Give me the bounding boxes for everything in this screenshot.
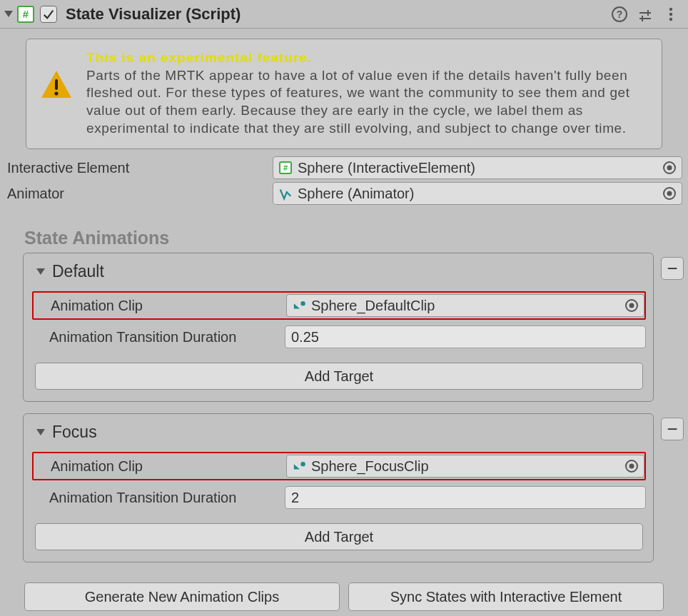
- interactive-element-row: Interactive Element # Sphere (Interactiv…: [0, 155, 688, 181]
- add-target-button[interactable]: Add Target: [35, 363, 643, 390]
- state-name-focus: Focus: [52, 423, 97, 442]
- remove-state-button[interactable]: −: [661, 257, 684, 280]
- state-name-default: Default: [52, 262, 104, 281]
- script-icon: #: [17, 6, 34, 23]
- state-box-default: Default Animation Clip Sphere_DefaultCli…: [23, 253, 654, 402]
- preset-icon[interactable]: [637, 6, 654, 23]
- experimental-warning-body: Parts of the MRTK appear to have a lot o…: [86, 68, 630, 136]
- transition-duration-label: Animation Transition Duration: [49, 490, 285, 506]
- kebab-menu-icon[interactable]: [662, 6, 679, 23]
- svg-point-10: [54, 91, 58, 95]
- object-picker-icon[interactable]: [625, 460, 638, 473]
- svg-point-7: [669, 12, 672, 15]
- svg-point-8: [669, 17, 672, 20]
- generate-animation-clips-button[interactable]: Generate New Animation Clips: [24, 582, 340, 611]
- animation-clip-value-default: Sphere_DefaultClip: [307, 298, 625, 314]
- clip-icon: [293, 298, 307, 314]
- experimental-warning-title: This is an experimental feature.: [86, 50, 312, 65]
- transition-duration-value-focus: 2: [291, 490, 299, 506]
- state-band-default: Default Animation Clip Sphere_DefaultCli…: [0, 253, 688, 402]
- animation-clip-field-default[interactable]: Sphere_DefaultClip: [286, 294, 644, 317]
- sync-states-button[interactable]: Sync States with Interactive Element: [348, 582, 664, 611]
- clip-icon: [293, 458, 307, 475]
- transition-duration-field-focus[interactable]: 2: [285, 486, 646, 509]
- interactive-element-label: Interactive Element: [6, 160, 273, 176]
- interactive-element-value: Sphere (InteractiveElement): [298, 160, 663, 176]
- svg-text:?: ?: [617, 9, 623, 20]
- state-box-focus: Focus Animation Clip Sphere_FocusClip An…: [23, 413, 654, 562]
- transition-duration-label: Animation Transition Duration: [49, 329, 285, 345]
- transition-duration-field-default[interactable]: 0.25: [285, 325, 646, 348]
- experimental-warning-text: This is an experimental feature. Parts o…: [86, 49, 650, 137]
- animation-clip-value-focus: Sphere_FocusClip: [307, 458, 625, 475]
- animator-label: Animator: [6, 186, 273, 202]
- component-header: # State Visualizer (Script) ?: [0, 0, 688, 29]
- interactive-element-field[interactable]: # Sphere (InteractiveElement): [273, 156, 682, 179]
- svg-point-6: [669, 7, 672, 10]
- help-icon[interactable]: ?: [611, 6, 628, 23]
- add-target-button[interactable]: Add Target: [35, 523, 643, 550]
- object-picker-icon[interactable]: [663, 187, 676, 200]
- svg-rect-9: [55, 79, 58, 90]
- animator-field[interactable]: Sphere (Animator): [273, 182, 682, 205]
- svg-point-11: [300, 301, 305, 306]
- component-enable-checkbox[interactable]: [40, 6, 57, 23]
- component-foldout-icon[interactable]: [4, 11, 13, 17]
- animation-clip-field-focus[interactable]: Sphere_FocusClip: [286, 455, 644, 478]
- remove-state-button[interactable]: −: [661, 418, 684, 440]
- state-band-focus: Focus Animation Clip Sphere_FocusClip An…: [0, 413, 688, 562]
- highlight-box: Animation Clip Sphere_DefaultClip: [32, 291, 646, 320]
- state-animations-title: State Animations: [0, 228, 688, 253]
- highlight-box: Animation Clip Sphere_FocusClip: [32, 452, 646, 480]
- svg-point-12: [300, 462, 305, 466]
- animator-row: Animator Sphere (Animator): [0, 181, 688, 206]
- object-picker-icon[interactable]: [663, 161, 676, 174]
- component-title: State Visualizer (Script): [66, 5, 607, 24]
- animator-value: Sphere (Animator): [298, 186, 663, 202]
- animation-clip-label: Animation Clip: [51, 458, 286, 475]
- experimental-warning-box: This is an experimental feature. Parts o…: [26, 39, 662, 149]
- state-foldout-icon[interactable]: [36, 268, 45, 275]
- warning-icon: [39, 68, 74, 137]
- animator-icon: [278, 186, 293, 201]
- object-picker-icon[interactable]: [625, 299, 638, 312]
- state-foldout-icon[interactable]: [36, 429, 45, 435]
- transition-duration-value-default: 0.25: [291, 329, 319, 345]
- script-icon: #: [278, 160, 293, 176]
- animation-clip-label: Animation Clip: [51, 298, 286, 314]
